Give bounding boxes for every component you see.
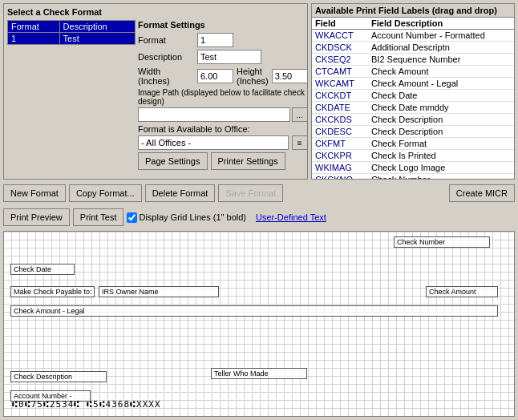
new-format-button[interactable]: New Format — [3, 184, 66, 202]
check-amount-legal-field[interactable]: Check Amount - Legal — [10, 305, 498, 317]
check-preview[interactable]: Check Number Check Date Make Check Payab… — [3, 231, 515, 417]
description-label: Description — [138, 52, 194, 62]
width-label: Width (Inches) — [138, 67, 194, 86]
available-fields-title: Available Print Field Labels (drag and d… — [312, 4, 514, 18]
irs-owner-label: IRS Owner Name — [102, 288, 159, 296]
micr-line: ⑆0⑆75⑆2534⑆ ⑆5⑆4368⑆XXXX — [12, 399, 506, 410]
width-input[interactable] — [197, 69, 233, 83]
office-list-button[interactable]: ≡ — [292, 135, 308, 150]
page-settings-button[interactable]: Page Settings — [138, 152, 208, 170]
create-micr-button[interactable]: Create MICR — [449, 184, 515, 202]
field-col-header: Field — [315, 18, 371, 28]
list-item[interactable]: CKCKDTCheck Date — [312, 90, 514, 102]
format-desc: Test — [59, 33, 135, 45]
panel-title: Select a Check Format — [7, 7, 304, 17]
list-item[interactable]: CKSEQ2BI2 Sequence Number — [312, 54, 514, 66]
check-amount-legal-label: Check Amount - Legal — [14, 307, 85, 315]
list-item[interactable]: CKCKPRCheck Is Printed — [312, 150, 514, 162]
description-input[interactable] — [197, 50, 261, 64]
print-preview-button[interactable]: Print Preview — [3, 208, 70, 226]
display-grid-checkbox[interactable] — [127, 212, 137, 223]
teller-who-made-label: Teller Who Made — [214, 370, 269, 378]
check-number-field[interactable]: Check Number — [394, 236, 490, 248]
make-payable-label: Make Check Payable to: — [14, 288, 92, 296]
display-grid-label[interactable]: Display Grid Lines (1" bold) — [127, 212, 246, 223]
display-grid-text: Display Grid Lines (1" bold) — [139, 212, 246, 222]
list-item[interactable]: CKCKNOCheck Number — [312, 174, 514, 179]
format-row[interactable]: 1 Test — [8, 33, 136, 45]
check-number-label: Check Number — [397, 238, 445, 246]
check-date-field[interactable]: Check Date — [10, 264, 75, 275]
office-label: Format is Available to Office: — [138, 124, 308, 134]
irs-owner-field[interactable]: IRS Owner Name — [99, 286, 219, 297]
height-input[interactable] — [272, 69, 308, 83]
printer-settings-button[interactable]: Printer Settings — [211, 152, 285, 170]
teller-who-made-field[interactable]: Teller Who Made — [211, 368, 307, 379]
image-path-input[interactable] — [138, 107, 290, 122]
list-item[interactable]: CKCKDSCheck Description — [312, 114, 514, 126]
check-date-label: Check Date — [14, 265, 51, 273]
list-item[interactable]: WKACCTAccount Number - Formatted — [312, 30, 514, 42]
list-item[interactable]: CKDESCCheck Description — [312, 126, 514, 138]
check-amount-label: Check Amount — [429, 288, 476, 296]
check-description-field[interactable]: Check Description — [10, 371, 107, 382]
list-item[interactable]: CKDSCKAdditional Descriptn — [312, 42, 514, 54]
list-item[interactable]: WKCAMTCheck Amount - Legal — [312, 78, 514, 90]
field-list: WKACCTAccount Number - Formatted CKDSCKA… — [312, 30, 514, 179]
user-defined-link[interactable]: User-Defined Text — [256, 212, 326, 222]
print-test-button[interactable]: Print Test — [73, 208, 124, 226]
make-payable-field[interactable]: Make Check Payable to: — [10, 286, 95, 297]
description-col-header: Description — [59, 21, 135, 33]
field-desc-col-header: Field Description — [371, 18, 511, 28]
list-item[interactable]: CKFMTCheck Format — [312, 138, 514, 150]
height-label: Height (Inches) — [237, 67, 269, 86]
format-col-header: Format — [8, 21, 60, 33]
browse-button[interactable]: ... — [292, 107, 308, 122]
list-item[interactable]: CKDATECheck Date mmddy — [312, 102, 514, 114]
list-item[interactable]: WKIMAGCheck Logo Image — [312, 162, 514, 174]
micr-text: ⑆0⑆75⑆2534⑆ ⑆5⑆4368⑆XXXX — [12, 399, 161, 410]
format-id: 1 — [8, 33, 60, 45]
format-label: Format — [138, 35, 194, 45]
settings-title: Format Settings — [138, 20, 308, 30]
delete-format-button[interactable]: Delete Format — [145, 184, 216, 202]
copy-format-button[interactable]: Copy Format... — [69, 184, 142, 202]
check-description-label: Check Description — [14, 373, 72, 381]
format-table: Format Description 1 Test — [7, 20, 136, 45]
check-amount-field[interactable]: Check Amount — [426, 286, 498, 297]
office-input[interactable] — [138, 135, 289, 150]
list-item[interactable]: CTCAMTCheck Amount — [312, 66, 514, 78]
image-path-label: Image Path (displayed below to facilitat… — [138, 88, 308, 106]
save-format-button[interactable]: Save Format — [218, 184, 283, 202]
format-input[interactable] — [197, 33, 233, 47]
